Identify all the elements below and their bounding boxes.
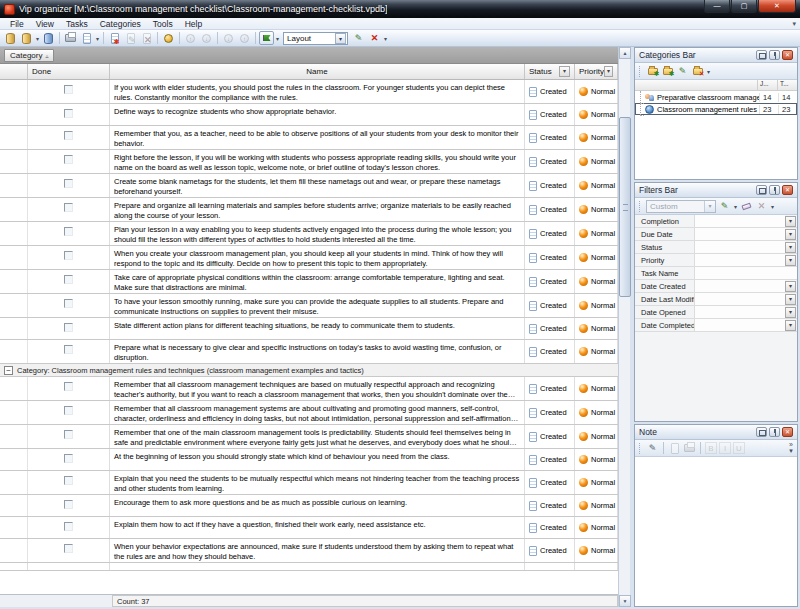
toolbar-grip[interactable]	[639, 443, 642, 454]
group-by-category-button[interactable]: Category ▵	[4, 49, 54, 62]
filters-pin-icon[interactable]	[769, 185, 780, 195]
table-row[interactable]: Remember that one of the main classroom …	[0, 425, 618, 449]
filter-value-field[interactable]	[695, 267, 797, 279]
done-checkbox[interactable]	[64, 203, 73, 212]
filter-value-field[interactable]	[695, 319, 785, 331]
menubar-overflow-icon[interactable]: ▾	[792, 20, 796, 28]
table-row[interactable]: Prepare what is necessary to give clear …	[0, 340, 618, 364]
category-item-selected[interactable]: Classroom management rules and tec 23 23	[635, 103, 797, 115]
done-checkbox[interactable]	[64, 179, 73, 188]
scrollbar-thumb[interactable]	[619, 117, 631, 297]
categories-restore-icon[interactable]	[756, 50, 767, 60]
filter-row[interactable]: Task Name	[635, 267, 797, 280]
filter-dropdown-icon[interactable]: ▾	[785, 242, 796, 253]
table-row[interactable]: Right before the lesson, if you will be …	[0, 150, 618, 174]
toolbar-overflow-icon[interactable]: ▾	[383, 35, 388, 42]
done-checkbox[interactable]	[64, 430, 73, 439]
filter-row[interactable]: Completion▾	[635, 215, 797, 228]
delete-layout-button[interactable]: ✕	[367, 31, 382, 45]
print-overflow-icon[interactable]: ▾	[95, 35, 100, 42]
move-up-button[interactable]: ↑	[183, 31, 198, 45]
done-checkbox[interactable]	[64, 299, 73, 308]
filter-dropdown-icon[interactable]: ▾	[785, 320, 796, 331]
note-content[interactable]	[635, 457, 797, 606]
close-button[interactable]: ✕	[758, 0, 796, 13]
filter-row[interactable]: Priority▾	[635, 254, 797, 267]
vertical-scrollbar[interactable]: ▲ ▼	[618, 47, 630, 607]
move-down-button[interactable]: ↓	[199, 31, 214, 45]
open-database-dropdown-icon[interactable]: ▾	[35, 35, 40, 42]
done-checkbox[interactable]	[64, 131, 73, 140]
toolbar-grip[interactable]	[639, 66, 642, 77]
status-filter-icon[interactable]: ▾	[559, 66, 570, 77]
done-checkbox[interactable]	[64, 522, 73, 531]
done-checkbox[interactable]	[64, 454, 73, 463]
delete-category-button[interactable]: ✕	[691, 65, 704, 77]
complete-task-button[interactable]	[161, 31, 176, 45]
done-checkbox[interactable]	[64, 109, 73, 118]
filter-row[interactable]: Date Completed▾	[635, 319, 797, 332]
filter-value-field[interactable]	[695, 241, 785, 253]
menu-view[interactable]: View	[30, 18, 60, 30]
table-row[interactable]: Remember that all classroom management t…	[0, 377, 618, 401]
filters-close-icon[interactable]: ✕	[782, 185, 793, 195]
collapse-all-button[interactable]: ↑	[237, 31, 252, 45]
underline-button[interactable]: U	[733, 442, 745, 454]
done-checkbox[interactable]	[64, 155, 73, 164]
done-checkbox[interactable]	[64, 323, 73, 332]
done-checkbox[interactable]	[64, 406, 73, 415]
menu-categories[interactable]: Categories	[94, 18, 147, 30]
table-row[interactable]: At the beginning of lesson you should st…	[0, 449, 618, 471]
filters-toolbar-overflow-icon[interactable]: ▾	[770, 203, 775, 210]
filter-row[interactable]: Date Created▾	[635, 280, 797, 293]
filters-restore-icon[interactable]	[756, 185, 767, 195]
table-row[interactable]: Explain them how to act if they have a q…	[0, 517, 618, 539]
new-category-button[interactable]: ✱	[646, 65, 659, 77]
collapse-group-icon[interactable]: −	[4, 366, 13, 375]
italic-button[interactable]: I	[719, 442, 731, 454]
filter-value-field[interactable]	[695, 293, 785, 305]
categories-toolbar-overflow-icon[interactable]: ▾	[706, 68, 711, 75]
done-checkbox[interactable]	[64, 227, 73, 236]
header-priority[interactable]: Priority▾	[575, 64, 618, 79]
categories-pin-icon[interactable]	[769, 50, 780, 60]
bold-button[interactable]: B	[705, 442, 717, 454]
expand-all-button[interactable]: ↓	[221, 31, 236, 45]
categories-close-icon[interactable]: ✕	[782, 50, 793, 60]
filter-dropdown-icon[interactable]: ▾	[785, 294, 796, 305]
table-row[interactable]: If you work with elder students, you sho…	[0, 80, 618, 104]
category-group-header[interactable]: − Category: Classroom management rules a…	[0, 364, 618, 377]
delete-task-button[interactable]: ✕	[139, 31, 154, 45]
done-checkbox[interactable]	[64, 345, 73, 354]
save-database-button[interactable]	[41, 31, 56, 45]
done-checkbox[interactable]	[64, 85, 73, 94]
table-row[interactable]: Explain that you need the students to be…	[0, 471, 618, 495]
table-row[interactable]: Remember that all classroom management s…	[0, 401, 618, 425]
filter-preset-combobox[interactable]: Custom ▾	[646, 200, 716, 213]
edit-layout-button[interactable]: ✎	[351, 31, 366, 45]
note-toolbar-dropdown-icon[interactable]: ▾	[789, 448, 793, 454]
filter-row[interactable]: Date Opened▾	[635, 306, 797, 319]
layout-flag-dropdown-icon[interactable]: ▾	[275, 35, 280, 42]
minimize-button[interactable]: —	[704, 0, 730, 13]
table-row[interactable]: When you create your classroom managemen…	[0, 246, 618, 270]
tree-column-2[interactable]: T...	[777, 80, 797, 90]
table-row[interactable]: Prepare and organize all learning materi…	[0, 198, 618, 222]
table-row[interactable]: To have your lesson smoothly running, ma…	[0, 294, 618, 318]
save-note-button[interactable]	[668, 442, 681, 454]
done-checkbox[interactable]	[64, 476, 73, 485]
done-checkbox[interactable]	[64, 251, 73, 260]
menu-tools[interactable]: Tools	[147, 18, 179, 30]
filter-row[interactable]: Status▾	[635, 241, 797, 254]
filter-value-field[interactable]	[695, 228, 785, 240]
table-row[interactable]: Remember that you, as a teacher, need to…	[0, 126, 618, 150]
done-checkbox[interactable]	[64, 382, 73, 391]
table-row[interactable]: Encourage them to ask more questions and…	[0, 495, 618, 517]
table-row[interactable]: Define ways to recognize students who sh…	[0, 104, 618, 126]
layout-combobox[interactable]: Layout ▾	[283, 32, 348, 45]
toolbar-grip[interactable]	[639, 201, 642, 212]
apply-filter-dropdown-icon[interactable]: ▾	[733, 203, 738, 210]
table-row[interactable]: State different action plans for differe…	[0, 318, 618, 340]
filter-value-field[interactable]	[695, 215, 785, 227]
print-button[interactable]	[63, 31, 78, 45]
